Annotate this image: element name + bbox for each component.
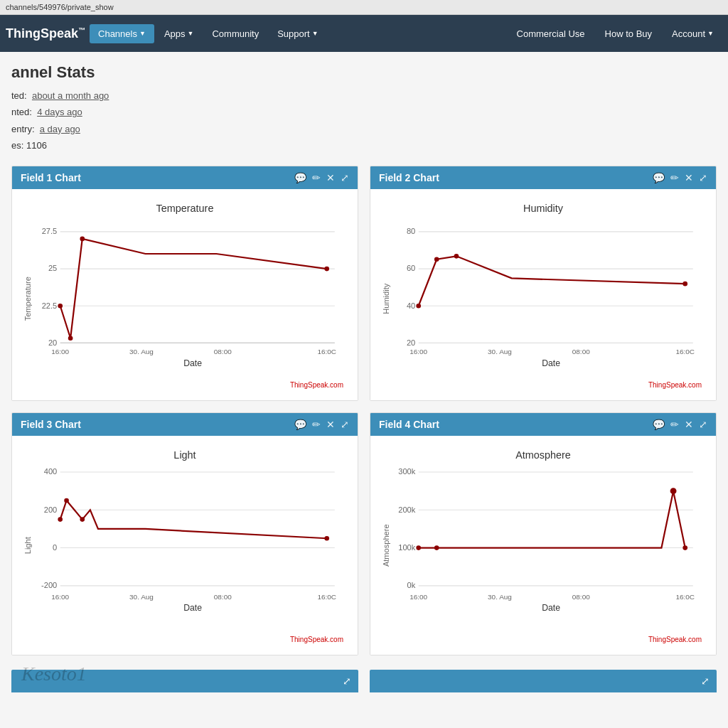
chart3-close-icon[interactable]: ✕ [326,419,335,430]
updated-value[interactable]: 4 days ago [37,107,82,117]
svg-text:Temperature: Temperature [23,277,32,321]
svg-text:Date: Date [542,603,560,613]
page-title: annel Stats [11,63,717,82]
nav-left: ThingSpeak™ Channels ▼ Apps ▼ Community … [6,24,508,43]
entry-value[interactable]: a day ago [40,124,80,134]
svg-text:Date: Date [183,358,202,368]
apps-caret: ▼ [188,30,194,37]
browser-bar: channels/549976/private_show [0,0,728,15]
svg-text:400: 400 [44,467,57,476]
chart3-svg: Light Light 400 200 0 -200 16:00 30. Aug… [19,443,350,632]
chart1-watermark: ThingSpeak.com [19,380,350,393]
chart2-body: Humidity Humidity 80 60 40 20 16:00 30. … [370,189,716,400]
svg-text:16:00: 16:00 [51,592,69,600]
account-caret: ▼ [707,30,714,37]
svg-text:Atmosphere: Atmosphere [515,449,571,461]
chart4-expand-icon[interactable]: ⤢ [699,419,707,430]
svg-text:Atmosphere: Atmosphere [382,524,390,567]
svg-text:100k: 100k [398,543,415,552]
svg-text:22.5: 22.5 [42,301,58,309]
svg-text:08:00: 08:00 [214,592,232,600]
svg-point-18 [80,236,85,241]
svg-text:200k: 200k [398,505,415,513]
chart1-edit-icon[interactable]: ✏ [312,172,321,183]
svg-text:Humidity: Humidity [523,203,564,214]
svg-text:08:00: 08:00 [572,592,590,600]
chart3-expand-icon[interactable]: ⤢ [341,419,349,430]
chart2-watermark: ThingSpeak.com [378,380,709,393]
svg-point-35 [416,303,421,308]
support-caret: ▼ [312,30,318,37]
chart4-edit-icon[interactable]: ✏ [670,419,679,430]
svg-text:20: 20 [48,338,57,346]
chart2-svg: Humidity Humidity 80 60 40 20 16:00 30. … [378,196,709,378]
svg-point-19 [324,266,329,271]
svg-text:0k: 0k [407,581,416,589]
svg-text:16:00: 16:00 [51,347,69,355]
svg-point-54 [58,517,63,522]
chart6-partial: ⤢ [370,670,717,692]
nav-support[interactable]: Support ▼ [269,24,326,43]
meta-created: ted: about a month ago [11,87,717,104]
navbar: ThingSpeak™ Channels ▼ Apps ▼ Community … [0,15,728,52]
chart3-comment-icon[interactable]: 💬 [294,419,306,430]
chart4-watermark: ThingSpeak.com [378,634,709,648]
chart4-close-icon[interactable]: ✕ [685,419,693,430]
chart3-edit-icon[interactable]: ✏ [312,419,321,430]
chart1-header: Field 1 Chart 💬 ✏ ✕ ⤢ [12,166,358,189]
chart4-svg: Atmosphere Atmosphere 300k 200k 100k 0k … [378,443,709,632]
svg-text:Light: Light [173,449,196,461]
chart3-actions: 💬 ✏ ✕ ⤢ [294,419,349,430]
bottom-charts: ⤢ ⤢ [11,667,717,692]
chart2-comment-icon[interactable]: 💬 [653,172,665,183]
svg-text:08:00: 08:00 [214,347,232,355]
nav-howtobuy[interactable]: How to Buy [596,24,660,43]
svg-text:16:0C: 16:0C [317,347,336,355]
chart-field1: Field 1 Chart 💬 ✏ ✕ ⤢ Temperature Temper… [11,166,358,401]
chart3-body: Light Light 400 200 0 -200 16:00 30. Aug… [12,436,358,655]
chart4-comment-icon[interactable]: 💬 [653,419,665,430]
svg-text:80: 80 [407,227,415,235]
chart1-comment-icon[interactable]: 💬 [294,172,306,183]
chart5-partial: ⤢ [11,670,358,692]
chart4-title: Field 4 Chart [379,419,439,430]
chart-field2: Field 2 Chart 💬 ✏ ✕ ⤢ Humidity Humidity … [370,166,717,401]
svg-text:27.5: 27.5 [42,227,58,235]
svg-text:16:0C: 16:0C [675,592,695,600]
svg-text:0: 0 [53,543,57,552]
nav-apps[interactable]: Apps ▼ [156,24,203,43]
svg-point-56 [80,517,85,522]
charts-grid: Field 1 Chart 💬 ✏ ✕ ⤢ Temperature Temper… [11,166,717,655]
meta-entries: es: 1106 [11,137,717,154]
chart4-actions: 💬 ✏ ✕ ⤢ [653,419,707,430]
svg-text:300k: 300k [398,467,415,476]
chart2-close-icon[interactable]: ✕ [685,172,693,183]
chart1-expand-icon[interactable]: ⤢ [341,172,349,183]
chart3-header: Field 3 Chart 💬 ✏ ✕ ⤢ [12,413,358,436]
svg-text:16:0C: 16:0C [675,347,695,355]
nav-channels[interactable]: Channels ▼ [90,24,154,43]
chart1-svg: Temperature Temperature 27.5 25 22.5 20 [19,196,350,378]
created-value[interactable]: about a month ago [32,90,109,101]
channels-caret: ▼ [139,30,146,37]
svg-text:Date: Date [183,603,202,613]
chart2-edit-icon[interactable]: ✏ [670,172,679,183]
svg-text:Date: Date [542,358,560,368]
chart1-close-icon[interactable]: ✕ [326,172,335,183]
svg-text:08:00: 08:00 [572,347,590,355]
chart2-header: Field 2 Chart 💬 ✏ ✕ ⤢ [370,166,716,189]
svg-point-57 [324,536,329,541]
meta-updated: nted: 4 days ago [11,104,717,120]
chart3-watermark: ThingSpeak.com [19,634,350,648]
svg-point-76 [682,545,687,550]
chart6-expand-icon[interactable]: ⤢ [701,675,710,687]
nav-account[interactable]: Account ▼ [663,24,722,43]
svg-text:Temperature: Temperature [156,203,214,214]
chart5-expand-icon[interactable]: ⤢ [343,675,351,687]
svg-text:60: 60 [407,264,415,272]
nav-community[interactable]: Community [203,24,267,43]
nav-commercial[interactable]: Commercial Use [508,24,594,43]
browser-url: channels/549976/private_show [6,3,114,11]
chart2-expand-icon[interactable]: ⤢ [699,172,707,183]
brand[interactable]: ThingSpeak™ [6,26,85,41]
